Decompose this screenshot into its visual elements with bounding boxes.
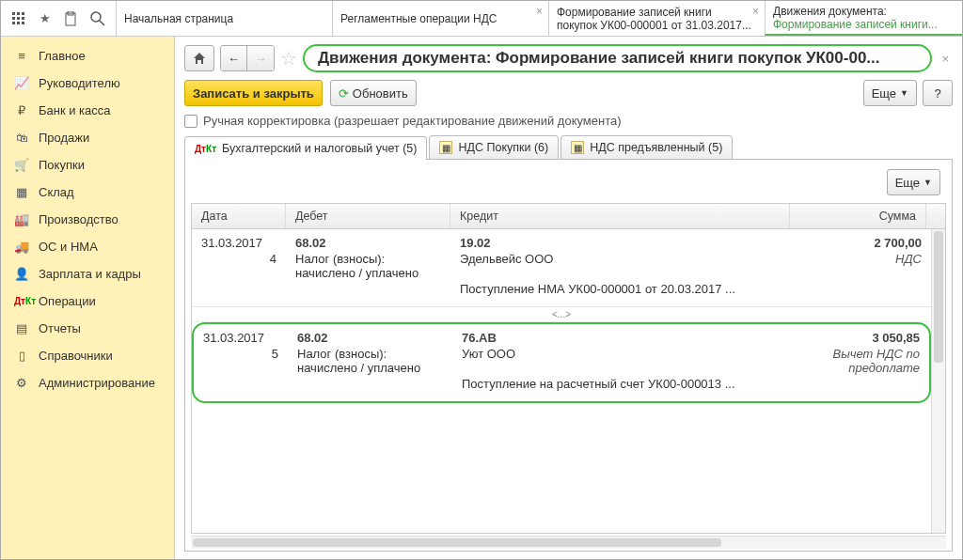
horizontal-scrollbar[interactable]: [191, 536, 946, 549]
person-icon: 👤: [14, 267, 29, 281]
cart-icon: 🛒: [14, 158, 29, 172]
top-bar: ★ Начальная страница Регламентные операц…: [1, 1, 962, 37]
col-debit[interactable]: Дебет: [286, 204, 450, 228]
nav-arrows: ← →: [220, 45, 275, 71]
col-credit[interactable]: Кредит: [450, 204, 790, 228]
close-icon[interactable]: ×: [536, 5, 543, 18]
page-title: Движения документа: Формирование записей…: [303, 44, 932, 72]
save-close-button[interactable]: Записать и закрыть: [184, 80, 323, 106]
refresh-button[interactable]: ⟳Обновить: [330, 80, 417, 106]
svg-rect-5: [22, 17, 24, 20]
manual-edit-checkbox[interactable]: [184, 115, 197, 128]
sidebar-item-main[interactable]: ≡Главное: [1, 42, 174, 70]
book-icon: ▯: [14, 349, 29, 363]
ruble-icon: ₽: [14, 103, 29, 117]
svg-line-12: [100, 21, 104, 25]
bag-icon: 🛍: [14, 131, 29, 145]
svg-point-11: [91, 12, 101, 22]
forward-button[interactable]: →: [247, 46, 274, 70]
help-button[interactable]: ?: [923, 80, 953, 106]
tab-book-records[interactable]: Формирование записей книги покупок УК00-…: [548, 1, 765, 36]
sidebar-item-assets[interactable]: 🚚ОС и НМА: [1, 233, 174, 260]
favorite-star-icon[interactable]: ☆: [280, 47, 297, 70]
tab-vat-ops[interactable]: Регламентные операции НДС ×: [332, 1, 548, 36]
vertical-scrollbar[interactable]: [931, 229, 945, 533]
sidebar-item-bank[interactable]: ₽Банк и касса: [1, 97, 174, 124]
sidebar-item-operations[interactable]: ДтКтОперации: [1, 288, 174, 315]
svg-rect-6: [12, 22, 15, 24]
accounting-grid: Дата Дебет Кредит Сумма 31.03.2017 68.02: [191, 203, 946, 534]
subtab-vat-purchases[interactable]: ▦ НДС Покупки (6): [429, 135, 559, 159]
clipboard-icon[interactable]: [63, 10, 80, 27]
sidebar-item-reports[interactable]: ▤Отчеты: [1, 315, 174, 342]
svg-rect-0: [12, 12, 15, 15]
register-icon: ▦: [571, 141, 584, 154]
menu-icon: ≡: [14, 49, 29, 63]
gear-icon: ⚙: [14, 376, 29, 390]
svg-rect-1: [17, 12, 20, 15]
table-row-highlighted[interactable]: 31.03.2017 68.02 76.АВ 3 050,85 5 Налог …: [192, 322, 931, 403]
report-icon: ▤: [14, 321, 29, 335]
tab-doc-movements[interactable]: Движения документа: Формирование записей…: [765, 1, 963, 36]
sidebar-item-manager[interactable]: 📈Руководителю: [1, 70, 174, 97]
factory-icon: 🏭: [14, 212, 29, 226]
sidebar-item-admin[interactable]: ⚙Администрирование: [1, 369, 174, 397]
col-date[interactable]: Дата: [192, 204, 286, 228]
sidebar: ≡Главное 📈Руководителю ₽Банк и касса 🛍Пр…: [1, 37, 175, 559]
row-separator: <...>: [192, 307, 931, 322]
svg-rect-4: [17, 17, 20, 20]
svg-rect-3: [12, 17, 15, 20]
manual-edit-label: Ручная корректировка (разрешает редактир…: [203, 114, 622, 128]
truck-icon: 🚚: [14, 240, 29, 254]
sidebar-item-sales[interactable]: 🛍Продажи: [1, 124, 174, 151]
svg-rect-8: [22, 22, 24, 24]
svg-rect-7: [17, 22, 20, 24]
dk-icon: ДтКт: [14, 296, 29, 306]
back-button[interactable]: ←: [221, 46, 247, 70]
apps-icon[interactable]: [10, 10, 27, 27]
close-icon[interactable]: ×: [752, 5, 759, 18]
col-sum[interactable]: Сумма: [790, 204, 926, 228]
close-page-icon[interactable]: ×: [938, 52, 953, 66]
grid-more-button[interactable]: Еще▼: [887, 169, 940, 195]
table-row[interactable]: 31.03.2017 68.02 19.02 2 700,00 4 Налог …: [192, 229, 931, 307]
tab-home[interactable]: Начальная страница: [116, 1, 332, 36]
more-button[interactable]: Еще▼: [863, 80, 917, 106]
subtab-vat-charged[interactable]: ▦ НДС предъявленный (5): [560, 135, 733, 159]
dk-icon: ДтКт: [195, 144, 216, 154]
home-button[interactable]: [184, 45, 214, 71]
subtab-accounting[interactable]: ДтКт Бухгалтерский и налоговый учет (5): [184, 136, 427, 160]
sidebar-item-production[interactable]: 🏭Производство: [1, 206, 174, 233]
sidebar-item-purchases[interactable]: 🛒Покупки: [1, 151, 174, 179]
sidebar-item-warehouse[interactable]: ▦Склад: [1, 179, 174, 206]
star-icon[interactable]: ★: [37, 10, 54, 27]
sidebar-item-hr[interactable]: 👤Зарплата и кадры: [1, 260, 174, 288]
search-icon[interactable]: [89, 10, 106, 27]
sidebar-item-refs[interactable]: ▯Справочники: [1, 342, 174, 369]
svg-rect-2: [22, 12, 24, 15]
chart-icon: 📈: [14, 76, 29, 90]
register-icon: ▦: [439, 141, 452, 154]
boxes-icon: ▦: [14, 185, 29, 199]
